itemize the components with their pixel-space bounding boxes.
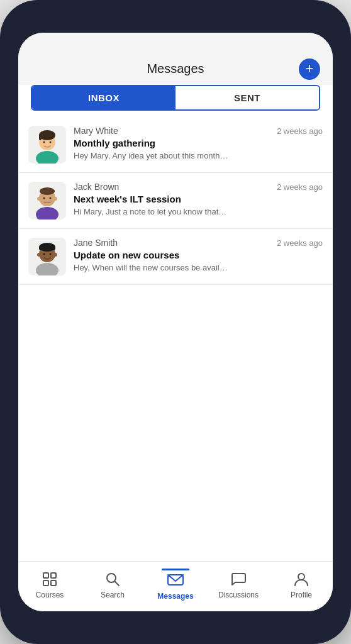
- message-content: Jane Smith 2 weeks ago Update on new cou…: [74, 238, 323, 272]
- message-item[interactable]: Jack Brown 2 weeks ago Next week's ILT s…: [18, 173, 333, 229]
- message-preview: Hi Mary, Just a note to let you know tha…: [74, 207, 323, 216]
- profile-icon: [292, 570, 310, 588]
- svg-point-20: [37, 253, 41, 257]
- search-label: Search: [101, 591, 125, 599]
- sender-name: Jack Brown: [74, 182, 119, 192]
- active-indicator: [162, 569, 189, 570]
- svg-point-12: [53, 197, 57, 201]
- svg-point-6: [50, 142, 52, 143]
- message-preview: Hey Mary, Any idea yet about this month…: [74, 151, 323, 160]
- svg-rect-27: [51, 580, 56, 586]
- phone-frame: Messages + INBOX SENT: [0, 0, 351, 644]
- add-message-button[interactable]: +: [299, 58, 320, 80]
- nav-item-messages[interactable]: Messages: [144, 569, 207, 601]
- message-tabs: INBOX SENT: [31, 85, 320, 111]
- svg-rect-25: [51, 573, 56, 578]
- svg-point-23: [50, 253, 52, 255]
- discussions-label: Discussions: [218, 591, 259, 599]
- message-time: 2 weeks ago: [277, 126, 323, 136]
- nav-item-courses[interactable]: Courses: [18, 570, 81, 599]
- message-subject: Monthly gathering: [74, 138, 323, 148]
- svg-point-14: [50, 197, 52, 199]
- bottom-nav: Courses Search: [18, 561, 333, 611]
- avatar: [28, 126, 66, 164]
- message-content: Jack Brown 2 weeks ago Next week's ILT s…: [74, 182, 323, 216]
- svg-line-29: [115, 581, 120, 586]
- message-subject: Next week's ILT session: [74, 194, 323, 204]
- discussions-icon: [230, 570, 247, 588]
- sender-name: Mary White: [74, 126, 118, 136]
- message-time: 2 weeks ago: [277, 182, 323, 192]
- inbox-tab[interactable]: INBOX: [32, 86, 176, 109]
- status-bar: [18, 33, 333, 55]
- messages-icon: [167, 572, 184, 589]
- message-subject: Update on new courses: [74, 250, 323, 260]
- svg-rect-24: [43, 573, 48, 578]
- messages-label: Messages: [157, 592, 193, 601]
- svg-point-10: [40, 187, 55, 195]
- message-content: Mary White 2 weeks ago Monthly gathering…: [74, 126, 323, 160]
- svg-point-11: [37, 197, 41, 201]
- phone-screen: Messages + INBOX SENT: [18, 33, 333, 611]
- avatar: [28, 182, 66, 219]
- message-time: 2 weeks ago: [277, 238, 323, 248]
- svg-point-22: [43, 253, 45, 255]
- nav-item-search[interactable]: Search: [81, 570, 144, 599]
- message-preview: Hey, When will the new courses be avail…: [74, 263, 323, 272]
- page-title: Messages: [147, 62, 204, 76]
- svg-point-5: [43, 142, 45, 143]
- courses-icon: [41, 570, 58, 588]
- messages-list: Mary White 2 weeks ago Monthly gathering…: [18, 117, 333, 561]
- svg-point-31: [298, 574, 304, 580]
- sent-tab[interactable]: SENT: [176, 86, 319, 109]
- courses-label: Courses: [36, 591, 64, 599]
- nav-item-profile[interactable]: Profile: [270, 570, 333, 599]
- search-icon: [104, 570, 121, 588]
- sender-name: Jane Smith: [74, 238, 118, 248]
- svg-rect-19: [39, 247, 55, 250]
- message-item[interactable]: Jane Smith 2 weeks ago Update on new cou…: [18, 229, 333, 285]
- profile-label: Profile: [291, 591, 312, 599]
- svg-point-21: [53, 253, 57, 257]
- notch: [135, 0, 216, 18]
- svg-rect-26: [43, 580, 48, 586]
- avatar: [28, 238, 66, 275]
- svg-point-13: [43, 197, 45, 199]
- message-item[interactable]: Mary White 2 weeks ago Monthly gathering…: [18, 117, 333, 173]
- svg-rect-4: [39, 135, 42, 140]
- nav-item-discussions[interactable]: Discussions: [207, 570, 270, 599]
- header: Messages +: [18, 55, 333, 85]
